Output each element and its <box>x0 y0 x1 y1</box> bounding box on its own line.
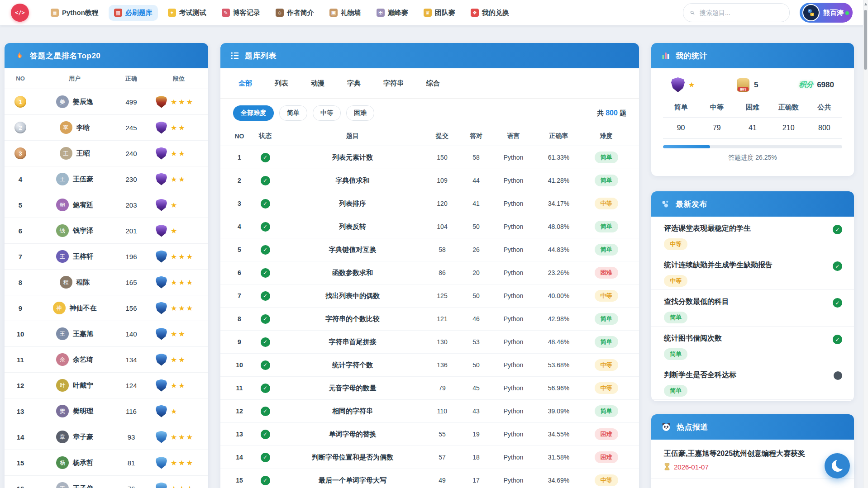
question-title[interactable]: 函数参数求和 <box>281 269 424 277</box>
navbar-menu: ≣Python教程▦必刷题库✦考试测试✎博客记录☺作者简介▣礼物墙✠巅峰赛♛团队… <box>45 5 515 21</box>
leaderboard-row[interactable]: 12叶叶戴宁124★★ <box>5 373 208 398</box>
latest-item[interactable]: 查找分数最低的科目简单✓ <box>651 290 854 327</box>
filter-全部难度[interactable]: 全部难度 <box>233 105 274 121</box>
nav-item[interactable]: ♛团队赛 <box>418 5 461 21</box>
page-scrollbar[interactable] <box>863 0 868 488</box>
latest-item[interactable]: 统计图书借阅次数简单✓ <box>651 327 854 363</box>
scrollbar-thumb[interactable] <box>864 10 867 70</box>
nav-item[interactable]: ▣礼物墙 <box>324 5 367 21</box>
latest-item-title: 查找分数最低的科目 <box>664 297 841 307</box>
question-no: 5 <box>229 246 249 253</box>
question-row[interactable]: 11✓元音字母的数量7945Python56.96%中等 <box>220 377 639 400</box>
leaderboard-row[interactable]: 8程程陈165★★★ <box>5 270 208 295</box>
question-row[interactable]: 3✓列表排序12041Python34.17%中等 <box>220 192 639 215</box>
search-box[interactable] <box>683 3 790 22</box>
question-title[interactable]: 最后一个单词字母大写 <box>281 476 424 485</box>
question-title[interactable]: 找出列表中的偶数 <box>281 292 424 300</box>
tab-列表[interactable]: 列表 <box>275 79 288 88</box>
leaderboard-row[interactable]: 10王王嘉旭140★★ <box>5 321 208 347</box>
question-row[interactable]: 5✓字典键值对互换5826Python44.83%简单 <box>220 238 639 261</box>
correct-count: 240 <box>113 150 149 157</box>
leaderboard-row[interactable]: 11余余艺琦134★★ <box>5 347 208 373</box>
leaderboard-row[interactable]: 2李李晗245★★ <box>5 115 208 141</box>
news-item[interactable]: 王伍豪,王嘉旭等2025杭州创意编程大赛获奖2026-01-07 <box>651 440 854 479</box>
leaderboard-row[interactable]: 15杨杨承哲81★★★ <box>5 450 208 476</box>
difficulty-badge: 中等 <box>595 474 618 486</box>
question-row[interactable]: 9✓字符串首尾拼接13053Python48.46%简单 <box>220 331 639 354</box>
question-no: 11 <box>229 384 249 392</box>
nav-item[interactable]: ☺作者简介 <box>270 5 320 21</box>
leaderboard-row[interactable]: 9神神仙不在156★★★ <box>5 295 208 321</box>
scroll-up-arrow-icon[interactable] <box>864 3 867 5</box>
leaderboard-row[interactable]: 16王王子俊76★★★ <box>5 476 208 488</box>
news-item[interactable]: 王伍豪,姜辰逸等拿下Python四级证书 <box>651 479 854 488</box>
question-title[interactable]: 字典值求和 <box>281 176 424 185</box>
user-name: 王子俊 <box>73 484 93 488</box>
leaderboard-row[interactable]: 3王王昭240★★ <box>5 141 208 166</box>
tab-综合[interactable]: 综合 <box>426 79 440 88</box>
correct-count: 53 <box>460 338 492 346</box>
nav-item[interactable]: ✎博客记录 <box>216 5 266 21</box>
nav-item[interactable]: ▦必刷题库 <box>109 5 158 21</box>
question-row[interactable]: 13✓单词字母的替换5519Python34.55%困难 <box>220 423 639 446</box>
filter-困难[interactable]: 困难 <box>346 105 374 121</box>
difficulty-badge: 简单 <box>664 385 687 397</box>
leaderboard-row[interactable]: 14章章子豪93★★★ <box>5 424 208 450</box>
leaderboard-row[interactable]: 7王王梓轩196★★★ <box>5 244 208 270</box>
tab-字符串[interactable]: 字符串 <box>383 79 404 88</box>
leaderboard-row[interactable]: 6钱钱宇泽201★ <box>5 218 208 244</box>
tier-cell: ★★ <box>149 328 208 340</box>
nav-item[interactable]: ≣Python教程 <box>45 5 104 21</box>
user-avatar: 程 <box>60 276 72 289</box>
latest-item[interactable]: 评选课堂表现最稳定的学生中等✓ <box>651 217 854 253</box>
tab-全部[interactable]: 全部 <box>238 79 252 88</box>
nav-item[interactable]: ❖我的兑换 <box>465 5 515 21</box>
question-title[interactable]: 列表元素计数 <box>281 153 424 162</box>
user-name: 王梓轩 <box>73 252 93 261</box>
leaderboard-row[interactable]: 1姜姜辰逸499★★★ <box>5 89 208 115</box>
check-icon: ✓ <box>261 453 270 462</box>
question-title[interactable]: 元音字母的数量 <box>281 384 424 393</box>
question-title[interactable]: 判断字母位置和是否为偶数 <box>281 453 424 462</box>
question-row[interactable]: 14✓判断字母位置和是否为偶数5718Python31.58%困难 <box>220 446 639 469</box>
question-title[interactable]: 字符串首尾拼接 <box>281 338 424 346</box>
latest-item[interactable]: 统计连续缺勤并生成学生缺勤报告中等✓ <box>651 253 854 290</box>
question-title[interactable]: 字典键值对互换 <box>281 246 424 254</box>
dark-mode-toggle[interactable] <box>825 453 850 479</box>
language: Python <box>492 246 535 253</box>
stat-label: 简单 <box>663 103 699 112</box>
question-row[interactable]: 1✓列表元素计数15058Python61.33%简单 <box>220 146 639 169</box>
tier-shield-icon <box>156 199 167 211</box>
question-title[interactable]: 单词字母的替换 <box>281 430 424 439</box>
question-row[interactable]: 10✓统计字符个数13650Python53.68%中等 <box>220 354 639 377</box>
leaderboard-row[interactable]: 4王王伍豪230★★ <box>5 166 208 192</box>
nav-item[interactable]: ✦考试测试 <box>162 5 212 21</box>
question-row[interactable]: 2✓字典值求和10944Python41.28%简单 <box>220 169 639 192</box>
site-logo-icon[interactable]: </> <box>11 4 29 22</box>
question-row[interactable]: 7✓找出列表中的偶数12550Python40.00%中等 <box>220 284 639 308</box>
user-profile-button[interactable]: 熊百涛 <box>800 3 853 23</box>
rank-cell: 8 <box>5 279 36 286</box>
question-row[interactable]: 6✓函数参数求和8620Python23.26%困难 <box>220 261 639 284</box>
tab-动漫[interactable]: 动漫 <box>311 79 324 88</box>
question-title[interactable]: 相同的字符串 <box>281 407 424 416</box>
filter-简单[interactable]: 简单 <box>279 105 307 121</box>
question-title[interactable]: 列表反转 <box>281 223 424 231</box>
latest-item[interactable]: 判断学生是否全科达标简单 <box>651 363 854 400</box>
nav-item[interactable]: ✠巅峰赛 <box>371 5 414 21</box>
question-title[interactable]: 列表排序 <box>281 199 424 208</box>
leaderboard-row[interactable]: 13樊樊明理116★ <box>5 398 208 424</box>
latest-item-status: ✓ <box>833 225 842 234</box>
question-status: ✓ <box>249 337 281 347</box>
question-title[interactable]: 字符串的个数比较 <box>281 315 424 323</box>
leaderboard-row[interactable]: 5鲍鲍宥廷203★ <box>5 192 208 218</box>
question-row[interactable]: 12✓相同的字符串11043Python39.09%简单 <box>220 400 639 423</box>
question-row[interactable]: 15✓最后一个单词字母大写4917Python34.69%中等 <box>220 469 639 488</box>
search-input[interactable] <box>699 9 782 17</box>
filter-中等[interactable]: 中等 <box>313 105 341 121</box>
question-title[interactable]: 统计字符个数 <box>281 361 424 370</box>
tab-字典[interactable]: 字典 <box>347 79 361 88</box>
difficulty-badge: 中等 <box>595 198 618 209</box>
question-row[interactable]: 4✓列表反转10450Python48.08%简单 <box>220 215 639 238</box>
question-row[interactable]: 8✓字符串的个数比较12146Python42.98%简单 <box>220 308 639 331</box>
